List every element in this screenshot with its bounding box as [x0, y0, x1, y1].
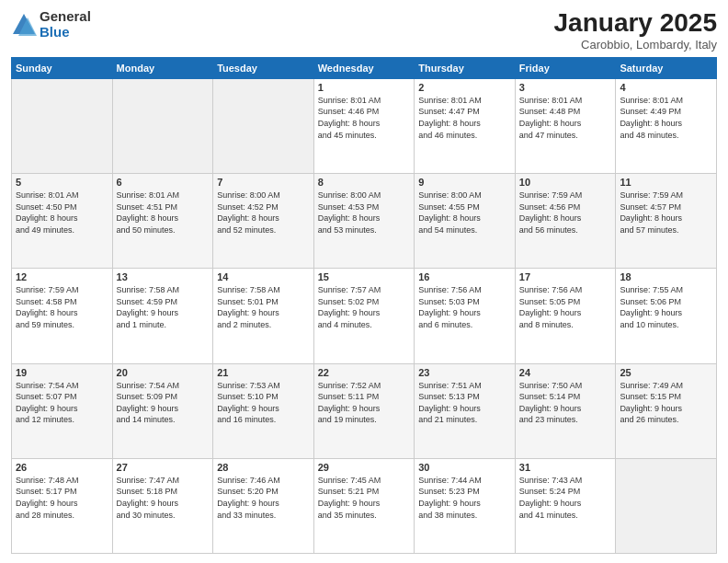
day-info: Sunrise: 7:43 AM Sunset: 5:24 PM Dayligh…	[519, 475, 612, 521]
calendar-day: 5Sunrise: 8:01 AM Sunset: 4:50 PM Daylig…	[12, 174, 113, 269]
day-info: Sunrise: 8:01 AM Sunset: 4:49 PM Dayligh…	[620, 95, 712, 141]
day-number: 22	[318, 367, 411, 378]
calendar-day: 13Sunrise: 7:58 AM Sunset: 4:59 PM Dayli…	[112, 269, 213, 363]
day-info: Sunrise: 7:52 AM Sunset: 5:11 PM Dayligh…	[318, 380, 411, 426]
day-info: Sunrise: 7:59 AM Sunset: 4:56 PM Dayligh…	[519, 190, 612, 236]
calendar-day: 10Sunrise: 7:59 AM Sunset: 4:56 PM Dayli…	[515, 174, 616, 269]
day-info: Sunrise: 8:01 AM Sunset: 4:47 PM Dayligh…	[418, 95, 511, 141]
day-info: Sunrise: 7:59 AM Sunset: 4:58 PM Dayligh…	[16, 284, 108, 330]
month-title: January 2025	[554, 9, 717, 38]
header: General Blue January 2025 Carobbio, Lomb…	[11, 9, 717, 52]
col-saturday: Saturday	[616, 57, 717, 78]
day-number: 9	[418, 177, 511, 188]
day-number: 31	[519, 462, 612, 473]
day-info: Sunrise: 8:01 AM Sunset: 4:46 PM Dayligh…	[318, 95, 411, 141]
calendar-day: 14Sunrise: 7:58 AM Sunset: 5:01 PM Dayli…	[213, 269, 314, 363]
logo-text: General Blue	[40, 9, 91, 40]
calendar-week-2: 5Sunrise: 8:01 AM Sunset: 4:50 PM Daylig…	[12, 174, 717, 269]
day-number: 30	[418, 462, 511, 473]
calendar-day: 25Sunrise: 7:49 AM Sunset: 5:15 PM Dayli…	[616, 363, 717, 458]
calendar-day: 9Sunrise: 8:00 AM Sunset: 4:55 PM Daylig…	[415, 174, 516, 269]
day-info: Sunrise: 7:51 AM Sunset: 5:13 PM Dayligh…	[418, 380, 511, 426]
day-info: Sunrise: 7:53 AM Sunset: 5:10 PM Dayligh…	[217, 380, 310, 426]
day-number: 25	[620, 367, 712, 378]
day-info: Sunrise: 7:55 AM Sunset: 5:06 PM Dayligh…	[620, 284, 712, 330]
logo-blue: Blue	[40, 25, 91, 40]
calendar-day	[616, 458, 717, 553]
day-info: Sunrise: 8:00 AM Sunset: 4:55 PM Dayligh…	[418, 190, 511, 236]
day-number: 14	[217, 271, 310, 282]
calendar-day: 16Sunrise: 7:56 AM Sunset: 5:03 PM Dayli…	[415, 269, 516, 363]
calendar-day	[112, 78, 213, 173]
calendar-day: 8Sunrise: 8:00 AM Sunset: 4:53 PM Daylig…	[313, 174, 415, 269]
day-info: Sunrise: 8:00 AM Sunset: 4:52 PM Dayligh…	[217, 190, 310, 236]
col-friday: Friday	[515, 57, 616, 78]
col-wednesday: Wednesday	[313, 57, 415, 78]
calendar-day: 31Sunrise: 7:43 AM Sunset: 5:24 PM Dayli…	[515, 458, 616, 553]
logo-icon	[11, 12, 37, 38]
calendar-day	[12, 78, 113, 173]
day-info: Sunrise: 7:54 AM Sunset: 5:09 PM Dayligh…	[117, 380, 210, 426]
day-number: 28	[217, 462, 310, 473]
calendar-day: 3Sunrise: 8:01 AM Sunset: 4:48 PM Daylig…	[515, 78, 616, 173]
calendar-day: 23Sunrise: 7:51 AM Sunset: 5:13 PM Dayli…	[415, 363, 516, 458]
col-thursday: Thursday	[415, 57, 516, 78]
calendar-day: 29Sunrise: 7:45 AM Sunset: 5:21 PM Dayli…	[313, 458, 415, 553]
day-number: 18	[620, 271, 712, 282]
calendar-day: 7Sunrise: 8:00 AM Sunset: 4:52 PM Daylig…	[213, 174, 314, 269]
day-number: 19	[16, 367, 108, 378]
calendar-day: 4Sunrise: 8:01 AM Sunset: 4:49 PM Daylig…	[616, 78, 717, 173]
day-info: Sunrise: 8:01 AM Sunset: 4:50 PM Dayligh…	[16, 190, 108, 236]
day-number: 5	[16, 177, 108, 188]
day-number: 1	[318, 82, 411, 93]
logo: General Blue	[11, 9, 91, 40]
day-info: Sunrise: 7:54 AM Sunset: 5:07 PM Dayligh…	[16, 380, 108, 426]
col-tuesday: Tuesday	[213, 57, 314, 78]
col-sunday: Sunday	[12, 57, 113, 78]
day-number: 29	[318, 462, 411, 473]
calendar-week-5: 26Sunrise: 7:48 AM Sunset: 5:17 PM Dayli…	[12, 458, 717, 553]
day-number: 24	[519, 367, 612, 378]
day-number: 8	[318, 177, 411, 188]
day-number: 23	[418, 367, 511, 378]
day-info: Sunrise: 7:44 AM Sunset: 5:23 PM Dayligh…	[418, 475, 511, 521]
calendar-day	[213, 78, 314, 173]
calendar-day: 27Sunrise: 7:47 AM Sunset: 5:18 PM Dayli…	[112, 458, 213, 553]
calendar-day: 15Sunrise: 7:57 AM Sunset: 5:02 PM Dayli…	[313, 269, 415, 363]
day-number: 7	[217, 177, 310, 188]
calendar-day: 18Sunrise: 7:55 AM Sunset: 5:06 PM Dayli…	[616, 269, 717, 363]
day-info: Sunrise: 7:46 AM Sunset: 5:20 PM Dayligh…	[217, 475, 310, 521]
day-number: 13	[117, 271, 210, 282]
title-block: January 2025 Carobbio, Lombardy, Italy	[554, 9, 717, 52]
col-monday: Monday	[112, 57, 213, 78]
day-info: Sunrise: 7:58 AM Sunset: 4:59 PM Dayligh…	[117, 284, 210, 330]
day-info: Sunrise: 7:59 AM Sunset: 4:57 PM Dayligh…	[620, 190, 712, 236]
calendar-day: 20Sunrise: 7:54 AM Sunset: 5:09 PM Dayli…	[112, 363, 213, 458]
day-info: Sunrise: 8:01 AM Sunset: 4:48 PM Dayligh…	[519, 95, 612, 141]
calendar-day: 30Sunrise: 7:44 AM Sunset: 5:23 PM Dayli…	[415, 458, 516, 553]
calendar-day: 24Sunrise: 7:50 AM Sunset: 5:14 PM Dayli…	[515, 363, 616, 458]
calendar-table: Sunday Monday Tuesday Wednesday Thursday…	[11, 57, 717, 554]
day-number: 26	[16, 462, 108, 473]
day-info: Sunrise: 7:50 AM Sunset: 5:14 PM Dayligh…	[519, 380, 612, 426]
day-number: 6	[117, 177, 210, 188]
day-info: Sunrise: 7:49 AM Sunset: 5:15 PM Dayligh…	[620, 380, 712, 426]
calendar-header-row: Sunday Monday Tuesday Wednesday Thursday…	[12, 57, 717, 78]
day-info: Sunrise: 7:56 AM Sunset: 5:03 PM Dayligh…	[418, 284, 511, 330]
calendar-day: 21Sunrise: 7:53 AM Sunset: 5:10 PM Dayli…	[213, 363, 314, 458]
day-number: 20	[117, 367, 210, 378]
day-number: 3	[519, 82, 612, 93]
calendar-day: 6Sunrise: 8:01 AM Sunset: 4:51 PM Daylig…	[112, 174, 213, 269]
calendar-week-4: 19Sunrise: 7:54 AM Sunset: 5:07 PM Dayli…	[12, 363, 717, 458]
calendar-week-1: 1Sunrise: 8:01 AM Sunset: 4:46 PM Daylig…	[12, 78, 717, 173]
day-info: Sunrise: 7:47 AM Sunset: 5:18 PM Dayligh…	[117, 475, 210, 521]
calendar-week-3: 12Sunrise: 7:59 AM Sunset: 4:58 PM Dayli…	[12, 269, 717, 363]
calendar-day: 26Sunrise: 7:48 AM Sunset: 5:17 PM Dayli…	[12, 458, 113, 553]
day-info: Sunrise: 8:00 AM Sunset: 4:53 PM Dayligh…	[318, 190, 411, 236]
day-info: Sunrise: 7:48 AM Sunset: 5:17 PM Dayligh…	[16, 475, 108, 521]
day-number: 17	[519, 271, 612, 282]
calendar-day: 28Sunrise: 7:46 AM Sunset: 5:20 PM Dayli…	[213, 458, 314, 553]
day-number: 12	[16, 271, 108, 282]
day-info: Sunrise: 8:01 AM Sunset: 4:51 PM Dayligh…	[117, 190, 210, 236]
logo-general: General	[40, 9, 91, 25]
